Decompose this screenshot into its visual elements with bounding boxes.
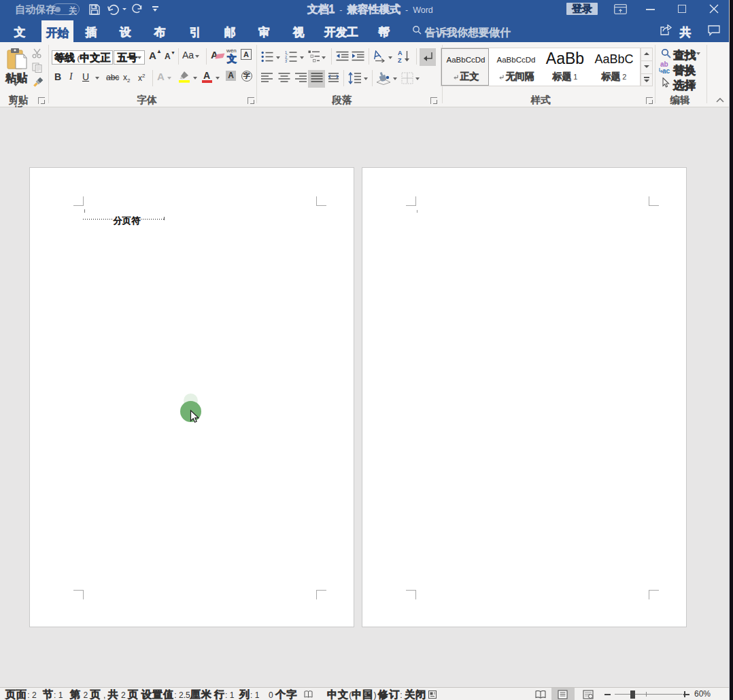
svg-text:Z: Z (398, 57, 402, 63)
svg-text:2: 2 (285, 55, 287, 59)
svg-text:A: A (398, 50, 403, 56)
svg-text:1: 1 (285, 50, 287, 54)
svg-text:3: 3 (285, 59, 287, 63)
